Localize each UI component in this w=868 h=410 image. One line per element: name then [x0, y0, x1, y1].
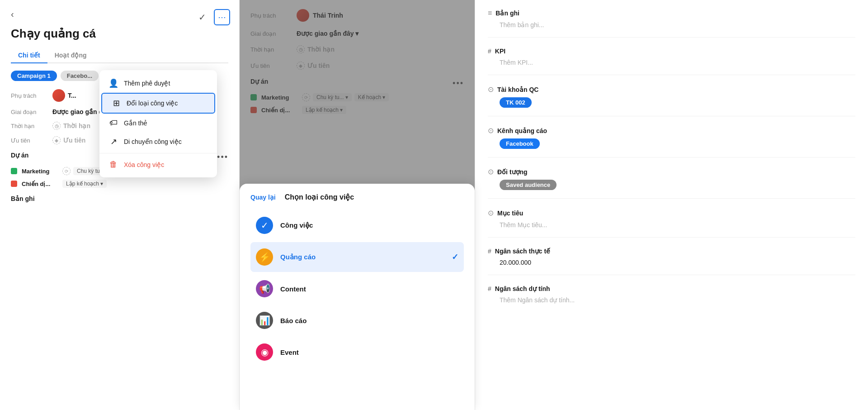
tag-icon: 🏷 — [108, 118, 118, 128]
type-icon-cong-viec: ✓ — [256, 217, 273, 234]
project-section-label: Dự án — [11, 152, 28, 159]
ban-ghi-title: Bản ghi — [495, 10, 519, 17]
type-name-event: Event — [280, 348, 458, 356]
kenh-qc-title: Kênh quảng cáo — [497, 127, 547, 134]
tabs-row: Chi tiết Hoạt động — [11, 48, 228, 63]
project-chien-dich: Chiến dị... Lập kế hoạch▾ — [11, 180, 228, 188]
section-ngan-sach-du-tinh: # Ngân sách dự tính Thêm Ngân sách dự tí… — [488, 285, 855, 312]
left-panel: ‹ ✓ ⋯ Chạy quảng cá Chi tiết Hoạt động C… — [0, 0, 240, 410]
uu-tien-icon: ◈ — [52, 136, 61, 144]
menu-change-type[interactable]: ⊞ Đổi loại công việc — [101, 93, 215, 114]
avatar — [52, 89, 65, 102]
context-menu: 👤 Thêm phê duyệt ⊞ Đổi loại công việc 🏷 … — [99, 70, 217, 177]
back-button[interactable]: ‹ — [11, 9, 14, 19]
type-check-icon: ✓ — [452, 252, 458, 262]
ngan-sach-dt-title: Ngân sách dự tính — [495, 285, 550, 292]
section-ban-ghi: ≡ Bản ghi Thêm bản ghi... — [488, 9, 855, 38]
uu-tien-placeholder[interactable]: Ưu tiên — [63, 137, 85, 144]
page-title: Chạy quảng cá — [11, 27, 228, 41]
chooser-header: Quay lại Chọn loại công việc — [250, 193, 464, 201]
muc-tieu-placeholder[interactable]: Thêm Mục tiêu... — [488, 221, 547, 229]
kpi-placeholder[interactable]: Thêm KPI... — [488, 59, 533, 66]
ngan-sach-tt-title: Ngân sách thực tế — [495, 248, 550, 255]
type-name-bao-cao: Báo cáo — [280, 317, 458, 324]
kpi-hash-icon: # — [488, 48, 491, 55]
delete-icon: 🗑 — [108, 160, 118, 169]
ngan-sach-dt-placeholder[interactable]: Thêm Ngân sách dự tính... — [488, 296, 575, 304]
type-icon-quang-cao: ⚡ — [256, 248, 273, 266]
move-icon: ↗ — [108, 137, 118, 147]
kenh-qc-icon: ⊙ — [488, 126, 494, 135]
ngan-sach-tt-icon: # — [488, 248, 491, 255]
menu-divider — [99, 153, 217, 153]
section-doi-tuong: ⊙ Đối tượng Saved audience — [488, 167, 855, 199]
menu-add-tag[interactable]: 🏷 Gắn thẻ — [99, 114, 217, 132]
tai-khoan-badge[interactable]: TK 002 — [500, 97, 532, 108]
ngan-sach-tt-value: 20.000.000 — [488, 259, 531, 266]
status-dropdown-chien-dich[interactable]: Lập kế hoạch▾ — [62, 180, 107, 188]
phu-trach-value: T... — [52, 89, 76, 102]
ban-ghi-placeholder[interactable]: Thêm bản ghi... — [488, 21, 544, 29]
type-bao-cao[interactable]: 📊 Báo cáo — [250, 305, 464, 335]
ngan-sach-dt-icon: # — [488, 285, 491, 292]
muc-tieu-title: Mục tiêu — [497, 210, 523, 217]
section-ngan-sach-thuc-te: # Ngân sách thực tế 20.000.000 — [488, 248, 855, 275]
tag-facebook[interactable]: Facebo... — [61, 71, 99, 81]
chooser-panel: Quay lại Chọn loại công việc ✓ Công việc… — [240, 184, 475, 410]
section-kpi: # KPI Thêm KPI... — [488, 48, 855, 75]
approval-icon: 👤 — [108, 78, 118, 88]
project-dot-green — [11, 168, 17, 174]
doi-tuong-icon: ⊙ — [488, 167, 494, 176]
tab-hoat-dong[interactable]: Hoạt động — [47, 48, 94, 63]
type-name-content: Content — [280, 285, 458, 293]
type-name-quang-cao: Quảng cáo — [280, 253, 444, 261]
uu-tien-label: Ưu tiên — [11, 137, 47, 144]
project-marketing-name: Marketing — [22, 168, 58, 175]
check-button[interactable]: ✓ — [194, 9, 210, 25]
section-tai-khoan-qc: ⊙ Tài khoản QC TK 002 — [488, 85, 855, 116]
type-name-cong-viec: Công việc — [280, 221, 458, 229]
thoi-han-icon: ◷ — [52, 122, 61, 130]
thoi-han-label: Thời hạn — [11, 123, 47, 129]
type-event[interactable]: ◉ Event — [250, 337, 464, 367]
section-muc-tieu: ⊙ Mục tiêu Thêm Mục tiêu... — [488, 209, 855, 238]
type-icon-content: 📢 — [256, 280, 273, 297]
ban-ghi-icon: ≡ — [488, 9, 492, 17]
tai-khoan-icon: ⊙ — [488, 85, 494, 94]
notes-label: Bản ghi — [11, 195, 228, 202]
muc-tieu-icon: ⊙ — [488, 209, 494, 217]
kpi-title: KPI — [495, 48, 505, 55]
change-type-icon: ⊞ — [111, 98, 121, 108]
chooser-back-link[interactable]: Quay lại — [250, 194, 276, 201]
right-panel: ≡ Bản ghi Thêm bản ghi... # KPI Thêm KPI… — [475, 0, 868, 410]
thoi-han-placeholder[interactable]: Thời hạn — [63, 122, 90, 129]
project-chien-dich-name: Chiến dị... — [22, 181, 58, 187]
giai-doan-label: Giai đoạn — [11, 109, 47, 115]
project-dot-red — [11, 181, 17, 187]
menu-add-approval[interactable]: 👤 Thêm phê duyệt — [99, 74, 217, 93]
type-content[interactable]: 📢 Content — [250, 274, 464, 304]
phu-trach-label: Phụ trách — [11, 92, 47, 99]
saved-audience-badge[interactable]: Saved audience — [500, 180, 557, 190]
section-kenh-quang-cao: ⊙ Kênh quảng cáo Facebook — [488, 126, 855, 157]
project-dots-button[interactable]: ••• — [217, 153, 228, 162]
menu-delete-task[interactable]: 🗑 Xóa công việc — [99, 155, 217, 174]
kenh-qc-badge[interactable]: Facebook — [500, 138, 540, 149]
tab-chi-tiet[interactable]: Chi tiết — [11, 48, 47, 63]
cycle-icon: ⟳ — [62, 167, 71, 175]
doi-tuong-title: Đối tượng — [497, 168, 528, 176]
type-icon-bao-cao: 📊 — [256, 312, 273, 329]
menu-move-task[interactable]: ↗ Di chuyển công việc — [99, 132, 217, 151]
tag-campaign1[interactable]: Campaign 1 — [11, 71, 57, 81]
type-cong-viec[interactable]: ✓ Công việc — [250, 210, 464, 240]
middle-panel: Phụ trách Thái Trinh Giai đoạn Được giao… — [240, 0, 475, 410]
tai-khoan-title: Tài khoản QC — [497, 86, 538, 93]
more-button[interactable]: ⋯ — [214, 9, 230, 25]
type-quang-cao[interactable]: ⚡ Quảng cáo ✓ — [250, 242, 464, 272]
toolbar: ✓ ⋯ — [194, 9, 230, 25]
type-icon-event: ◉ — [256, 343, 273, 361]
chooser-title: Chọn loại công việc — [285, 193, 354, 201]
